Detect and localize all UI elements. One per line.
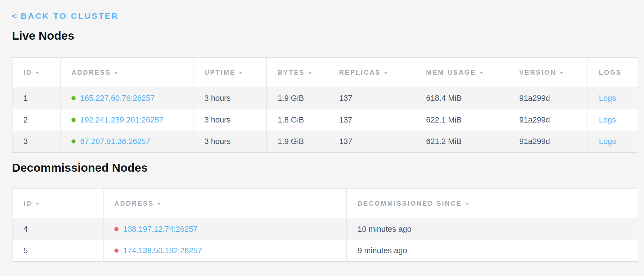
sort-arrow-icon [465, 203, 469, 205]
col-header-mem-usage[interactable]: MEM USAGE [415, 57, 508, 87]
node-address-link[interactable]: 67.207.91.36:26257 [80, 137, 150, 146]
table-row: 3 67.207.91.36:26257 3 hours 1.9 GiB 137… [12, 131, 638, 152]
sort-arrow-icon [479, 72, 483, 74]
node-address-link[interactable]: 174.138.50.192:26257 [123, 246, 202, 255]
node-version-cell: 91a299d [508, 109, 588, 131]
nodes-page: <BACK TO CLUSTER Live Nodes ID ADDRESS U… [0, 0, 644, 276]
node-address-link[interactable]: 138.197.12.74:26257 [123, 225, 198, 233]
node-decommissioned-since-cell: 9 minutes ago [346, 240, 638, 262]
node-uptime-cell: 3 hours [193, 87, 267, 109]
node-address-link[interactable]: 165.227.60.76:26257 [80, 94, 155, 102]
sort-arrow-icon [157, 203, 161, 205]
table-row: 4 138.197.12.74:26257 10 minutes ago [12, 218, 638, 240]
live-nodes-title: Live Nodes [12, 29, 644, 42]
node-version-cell: 91a299d [508, 87, 588, 109]
node-mem-usage-cell: 622.1 MiB [415, 109, 508, 131]
decommissioned-nodes-table: ID ADDRESS DECOMMISSIONED SINCE 4 138.19… [12, 188, 638, 262]
col-header-id[interactable]: ID [12, 188, 103, 218]
chevron-left-icon: < [12, 11, 18, 20]
node-id-cell: 5 [12, 240, 103, 262]
node-bytes-cell: 1.9 GiB [267, 131, 328, 152]
node-address-cell: 165.227.60.76:26257 [60, 87, 193, 109]
table-row: 2 192.241.239.201:26257 3 hours 1.8 GiB … [12, 109, 638, 131]
node-decommissioned-since-cell: 10 minutes ago [346, 218, 638, 240]
node-id-cell: 4 [12, 218, 103, 240]
node-address-cell: 192.241.239.201:26257 [60, 109, 193, 131]
col-header-logs: LOGS [588, 57, 638, 87]
node-id-cell: 1 [12, 87, 60, 109]
node-logs-link[interactable]: Logs [599, 137, 616, 146]
sort-arrow-icon [35, 72, 39, 74]
node-address-cell: 174.138.50.192:26257 [103, 240, 346, 262]
node-bytes-cell: 1.9 GiB [267, 87, 328, 109]
node-address-cell: 67.207.91.36:26257 [60, 131, 193, 152]
sort-arrow-icon [114, 72, 118, 74]
table-row: 1 165.227.60.76:26257 3 hours 1.9 GiB 13… [12, 87, 638, 109]
table-header-row: ID ADDRESS DECOMMISSIONED SINCE [12, 188, 638, 218]
col-header-version[interactable]: VERSION [508, 57, 588, 87]
node-replicas-cell: 137 [328, 109, 415, 131]
live-status-dot-icon [71, 139, 76, 143]
node-address-link[interactable]: 192.241.239.201:26257 [80, 115, 163, 124]
node-address-cell: 138.197.12.74:26257 [103, 218, 346, 240]
node-mem-usage-cell: 618.4 MiB [415, 87, 508, 109]
node-uptime-cell: 3 hours [193, 131, 267, 152]
node-logs-link[interactable]: Logs [599, 115, 616, 124]
sort-arrow-icon [384, 72, 388, 74]
live-status-dot-icon [71, 96, 76, 100]
sort-arrow-icon [308, 72, 312, 74]
live-nodes-table: ID ADDRESS UPTIME BYTES REPLICAS MEM USA… [12, 57, 638, 153]
back-to-cluster-label: BACK TO CLUSTER [21, 11, 119, 20]
node-logs-cell: Logs [588, 87, 638, 109]
sort-arrow-icon [559, 72, 563, 74]
node-mem-usage-cell: 621.2 MiB [415, 131, 508, 152]
node-version-cell: 91a299d [508, 131, 588, 152]
col-header-replicas[interactable]: REPLICAS [328, 57, 415, 87]
live-status-dot-icon [71, 118, 76, 122]
node-logs-cell: Logs [588, 109, 638, 131]
back-to-cluster-link[interactable]: <BACK TO CLUSTER [12, 11, 119, 21]
decommissioned-status-dot-icon [114, 227, 118, 231]
col-header-decommissioned-since[interactable]: DECOMMISSIONED SINCE [346, 188, 638, 218]
sort-arrow-icon [239, 72, 243, 74]
node-replicas-cell: 137 [328, 131, 415, 152]
col-header-uptime[interactable]: UPTIME [193, 57, 267, 87]
col-header-id[interactable]: ID [12, 57, 60, 87]
col-header-address[interactable]: ADDRESS [60, 57, 193, 87]
table-row: 5 174.138.50.192:26257 9 minutes ago [12, 240, 638, 262]
node-replicas-cell: 137 [328, 87, 415, 109]
table-header-row: ID ADDRESS UPTIME BYTES REPLICAS MEM USA… [12, 57, 638, 87]
node-bytes-cell: 1.8 GiB [267, 109, 328, 131]
node-id-cell: 3 [12, 131, 60, 152]
node-logs-cell: Logs [588, 131, 638, 152]
col-header-bytes[interactable]: BYTES [267, 57, 328, 87]
node-id-cell: 2 [12, 109, 60, 131]
node-logs-link[interactable]: Logs [599, 94, 616, 102]
decommissioned-status-dot-icon [114, 249, 118, 253]
sort-arrow-icon [35, 203, 39, 205]
decommissioned-nodes-title: Decommissioned Nodes [12, 161, 644, 174]
node-uptime-cell: 3 hours [193, 109, 267, 131]
col-header-address[interactable]: ADDRESS [103, 188, 346, 218]
